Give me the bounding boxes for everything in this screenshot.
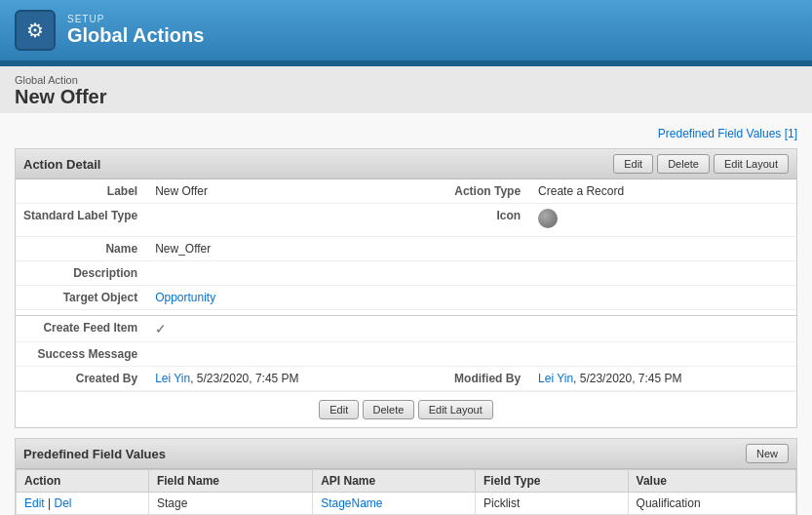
success-message-label: Success Message <box>16 342 147 367</box>
action-detail-title: Action Detail <box>23 157 100 172</box>
new-button[interactable]: New <box>746 444 789 463</box>
breadcrumb-area: Global Action New Offer <box>0 66 812 113</box>
target-object-link[interactable]: Opportunity <box>155 291 215 304</box>
row-field-name: Stage <box>148 493 312 515</box>
predefined-field-values-header: Predefined Field Values New <box>16 439 796 469</box>
predefined-field-values-link[interactable]: Predefined Field Values [1] <box>658 127 797 140</box>
success-message-value <box>147 342 796 367</box>
created-by-date: , 5/23/2020, 7:45 PM <box>190 372 298 385</box>
table-row: Created By Lei Yin, 5/23/2020, 7:45 PM M… <box>16 367 796 391</box>
table-row: Target Object Opportunity <box>16 286 796 310</box>
create-feed-item-value: ✓ <box>147 316 796 342</box>
label-field-label: Label <box>16 179 147 204</box>
create-feed-item-label: Create Feed Item <box>16 316 147 342</box>
col-header-action: Action <box>17 470 149 493</box>
header-text: SETUP Global Actions <box>67 14 204 47</box>
action-type-label: Action Type <box>413 179 530 204</box>
edit-button-bottom[interactable]: Edit <box>319 400 359 419</box>
table-row: Description <box>16 261 796 286</box>
icon-value <box>530 204 796 237</box>
standard-label-type-value <box>147 204 413 237</box>
name-value: New_Offer <box>147 237 796 261</box>
target-object-label: Target Object <box>16 286 147 310</box>
modified-by-link[interactable]: Lei Yin <box>538 372 573 385</box>
table-row: Success Message <box>16 342 796 367</box>
icon-label: Icon <box>413 204 530 237</box>
table-row: Label New Offer Action Type Create a Rec… <box>16 179 796 204</box>
row-del-link[interactable]: Del <box>54 496 71 510</box>
predefined-field-values-title: Predefined Field Values <box>23 447 166 461</box>
page-header: ⚙ SETUP Global Actions <box>0 0 812 60</box>
page-title: New Offer <box>15 86 797 113</box>
content-area: Predefined Field Values [1] Action Detai… <box>0 113 812 515</box>
action-type-value: Create a Record <box>530 179 796 204</box>
header-title: Global Actions <box>67 24 204 47</box>
table-row: Edit | Del Stage StageName Picklist Qual… <box>17 493 796 515</box>
col-header-api-name: API Name <box>313 470 476 493</box>
table-row: Standard Label Type Icon <box>16 204 796 237</box>
breadcrumb: Global Action <box>15 74 797 86</box>
table-row: Name New_Offer <box>16 237 796 261</box>
col-header-value: Value <box>628 470 795 493</box>
action-detail-buttons: Edit Delete Edit Layout <box>613 154 789 174</box>
action-detail-table: Label New Offer Action Type Create a Rec… <box>16 179 796 391</box>
created-by-link[interactable]: Lei Yin <box>155 372 190 385</box>
edit-button[interactable]: Edit <box>613 154 653 174</box>
checkmark-icon: ✓ <box>155 321 167 337</box>
row-field-type: Picklist <box>475 493 628 515</box>
row-api-name: StageName <box>313 493 476 515</box>
modified-by-label: Modified By <box>413 367 530 391</box>
created-by-label: Created By <box>16 367 147 391</box>
name-label: Name <box>16 237 147 261</box>
label-field-value: New Offer <box>147 179 413 204</box>
action-icon-image <box>538 209 558 228</box>
modified-by-value: Lei Yin, 5/23/2020, 7:45 PM <box>530 367 796 391</box>
predefined-field-values-table: Action Field Name API Name Field Type Va… <box>16 469 796 515</box>
standard-label-type-label: Standard Label Type <box>16 204 147 237</box>
delete-button[interactable]: Delete <box>657 154 710 174</box>
col-header-field-type: Field Type <box>475 470 628 493</box>
target-object-value: Opportunity <box>147 286 796 310</box>
description-label: Description <box>16 261 147 286</box>
delete-button-bottom[interactable]: Delete <box>363 400 415 419</box>
created-by-value: Lei Yin, 5/23/2020, 7:45 PM <box>147 367 413 391</box>
col-header-field-name: Field Name <box>148 470 312 493</box>
description-value <box>147 261 796 286</box>
row-edit-link[interactable]: Edit <box>24 496 45 510</box>
setup-label: SETUP <box>67 14 204 24</box>
header-icon: ⚙ <box>15 10 56 51</box>
action-detail-header: Action Detail Edit Delete Edit Layout <box>16 149 796 179</box>
bottom-buttons-row: Edit Delete Edit Layout <box>16 391 796 427</box>
edit-layout-button-bottom[interactable]: Edit Layout <box>418 400 493 419</box>
row-api-name-link[interactable]: StageName <box>321 496 382 510</box>
table-row: Create Feed Item ✓ <box>16 316 796 342</box>
action-detail-section: Action Detail Edit Delete Edit Layout La… <box>15 148 797 428</box>
row-value: Qualification <box>628 493 795 515</box>
row-action: Edit | Del <box>17 493 149 515</box>
predefined-field-values-section: Predefined Field Values New Action Field… <box>15 438 797 515</box>
modified-by-date: , 5/23/2020, 7:45 PM <box>573 372 681 385</box>
edit-layout-button[interactable]: Edit Layout <box>714 154 789 174</box>
table-header-row: Action Field Name API Name Field Type Va… <box>17 470 796 493</box>
predefined-field-values-link-row: Predefined Field Values [1] <box>15 123 797 148</box>
